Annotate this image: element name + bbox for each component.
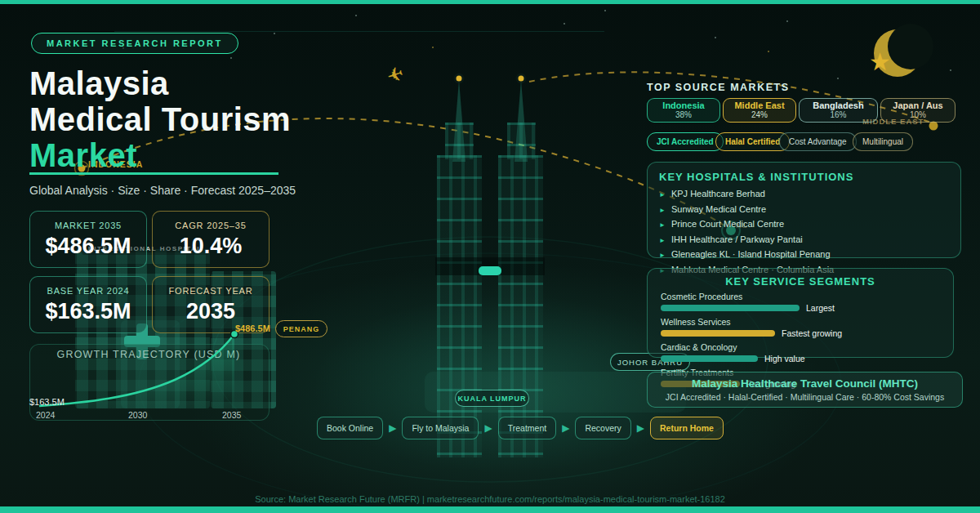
journey-step-return-home: Return Home: [650, 417, 724, 439]
title-line-3: Market: [29, 137, 291, 173]
market-share: 38%: [675, 110, 692, 120]
stat-value: $486.5M: [45, 234, 131, 259]
x-tick-2030: 2030: [128, 410, 147, 420]
bottom-accent-bar: [0, 506, 980, 513]
skybridge: [479, 266, 501, 275]
hospital-item: ►KPJ Healthcare Berhad: [659, 187, 949, 203]
stat-card-market-2035: MARKET 2035 $486.5M: [29, 211, 147, 268]
segment-bar: [661, 330, 775, 337]
growth-start-value: $163.5M: [29, 397, 65, 407]
flow-arrow-icon: ▶: [389, 422, 396, 434]
market-name: Indonesia: [662, 100, 704, 110]
report-badge: MARKET RESEARCH REPORT: [31, 33, 238, 54]
segment-bar: [661, 305, 800, 311]
source-market-bangladesh: Bangladesh 16%: [799, 98, 878, 123]
journey-step-recovery: Recovery: [575, 417, 630, 439]
stat-label: CAGR 2025–35: [175, 221, 246, 230]
source-attribution: Source: Market Research Future (MRFR) | …: [0, 494, 980, 504]
hospital-item: ►Gleneagles KL · Island Hospital Penang: [659, 248, 949, 263]
hospital-name: Prince Court Medical Centre: [671, 217, 784, 231]
segment-row: Fastest growing: [661, 328, 940, 338]
flow-arrow-icon: ▶: [637, 422, 644, 434]
tag-cost-advantage: Cost Advantage: [779, 132, 857, 151]
hospital-item: ►IHH Healthcare / Parkway Pantai: [659, 233, 949, 248]
stat-card-cagr: CAGR 2025–35 10.4%: [152, 211, 270, 268]
flow-arrow-icon: ▶: [562, 422, 569, 434]
arrow-marker-icon: ►: [659, 234, 666, 248]
segment-note: High value: [764, 354, 805, 364]
journey-step-treatment: Treatment: [498, 417, 556, 439]
market-share: 24%: [751, 110, 768, 120]
hospitals-panel: KEY HOSPITALS & INSTITUTIONS ►KPJ Health…: [647, 162, 961, 258]
mhtc-title: Malaysia Healthcare Travel Council (MHTC…: [692, 377, 918, 390]
arrow-marker-icon: ►: [659, 204, 666, 218]
title-line-2: Medical Tourism: [29, 101, 291, 137]
hospital-name: Gleneagles KL · Island Hospital Penang: [671, 248, 831, 261]
page-title: Malaysia Medical Tourism Market: [29, 65, 291, 173]
horizon-line: [114, 31, 604, 32]
market-share: 10%: [910, 110, 926, 120]
segment-row: High value: [661, 354, 940, 364]
stat-value: 10.4%: [180, 234, 243, 259]
middle-east-origin-dot: [929, 122, 938, 131]
segment-row: Largest: [661, 303, 940, 313]
source-markets-title: TOP SOURCE MARKETS: [647, 82, 789, 93]
stat-label: FORECAST YEAR: [169, 286, 253, 296]
map-pill-kuala-lumpur: KUALA LUMPUR: [455, 390, 529, 407]
x-tick-2035: 2035: [222, 410, 241, 420]
market-name: Middle East: [734, 100, 784, 110]
segment-name: Cosmetic Procedures: [661, 292, 940, 301]
stat-label: MARKET 2035: [55, 221, 122, 230]
stat-label: BASE YEAR 2024: [47, 286, 130, 296]
tag-jci-accredited: JCI Accredited: [647, 132, 724, 151]
stat-value: $163.5M: [45, 299, 131, 324]
segment-name: Wellness Services: [661, 317, 940, 327]
hospitals-title: KEY HOSPITALS & INSTITUTIONS: [659, 171, 949, 183]
growth-curve: [28, 321, 273, 421]
petronas-tower-left-top: [445, 123, 474, 159]
stat-value: 2035: [186, 299, 235, 324]
report-subtitle: Global Analysis · Size · Share · Forecas…: [29, 184, 296, 197]
top-accent-bar: [0, 0, 980, 4]
moon-star-icon: ★: [869, 47, 891, 76]
mhtc-box: Malaysia Healthcare Travel Council (MHTC…: [647, 372, 963, 408]
market-share: 16%: [830, 110, 846, 120]
source-market-japan-aus: Japan / Aus 10%: [880, 98, 956, 123]
petronas-tower-right-top: [507, 123, 536, 159]
segment-note: Largest: [806, 303, 835, 313]
x-tick-2024: 2024: [36, 410, 55, 420]
market-name: Japan / Aus: [893, 100, 942, 110]
hospital-name: Sunway Medical Centre: [671, 203, 766, 216]
hospital-name: IHH Healthcare / Parkway Pantai: [671, 233, 803, 247]
map-pill-penang: PENANG: [275, 320, 327, 337]
segments-title: KEY SERVICE SEGMENTS: [661, 275, 940, 288]
market-name: Bangladesh: [813, 100, 863, 110]
hospital-item: ►Prince Court Medical Centre: [659, 217, 949, 233]
segment-name: Cardiac & Oncology: [661, 342, 940, 352]
flow-arrow-icon: ▶: [484, 422, 492, 434]
patient-journey-flow: Book Online ▶ Fly to Malaysia ▶ Treatmen…: [317, 417, 724, 439]
crescent-moon-cutout: [888, 24, 933, 69]
arrow-marker-icon: ►: [659, 219, 666, 233]
hospital-item: ►Sunway Medical Centre: [659, 203, 949, 218]
title-line-1: Malaysia: [29, 65, 291, 101]
journey-step-fly-to-malaysia: Fly to Malaysia: [402, 417, 479, 439]
growth-end-value: $486.5M: [235, 323, 270, 333]
source-market-middle-east: Middle East 24%: [723, 98, 796, 123]
title-underline: [29, 172, 278, 175]
hospital-name: KPJ Healthcare Berhad: [671, 187, 765, 201]
arrow-marker-icon: ►: [659, 189, 666, 203]
segments-panel: KEY SERVICE SEGMENTS Cosmetic Procedures…: [647, 268, 954, 358]
journey-step-book-online: Book Online: [317, 417, 383, 439]
mhtc-subtitle: JCI Accredited · Halal-Certified · Multi…: [666, 392, 944, 402]
segment-note: Fastest growing: [782, 328, 842, 338]
arrow-marker-icon: ►: [659, 249, 666, 263]
infographic-canvas: ✈ ★ INDONESIA MIDDLE EAST KL PENANG KUAL…: [0, 0, 980, 513]
tag-multilingual: Multilingual: [853, 132, 913, 151]
segment-bar: [661, 355, 758, 362]
source-market-indonesia: Indonesia 38%: [647, 98, 720, 123]
